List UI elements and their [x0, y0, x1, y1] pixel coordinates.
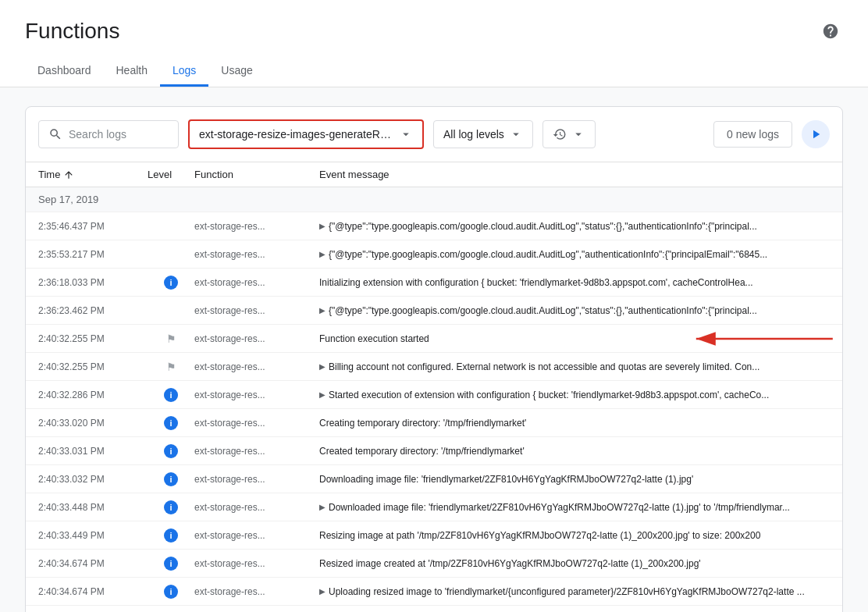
expand-arrow-icon: ▶ [319, 306, 326, 315]
col-time[interactable]: Time [38, 169, 148, 180]
msg-cell: ▶Uploading resized image to 'friendlymar… [319, 586, 830, 597]
func-cell: ext-storage-res... [194, 530, 319, 541]
msg-cell: Downloading image file: 'friendlymarket/… [319, 474, 830, 485]
level-cell: ⚑ [148, 361, 194, 373]
time-cell: 2:35:46.437 PM [38, 221, 148, 232]
level-cell: i [148, 557, 194, 571]
time-cell: 2:36:18.033 PM [38, 277, 148, 288]
col-function: Function [194, 169, 319, 180]
func-cell: ext-storage-res... [194, 474, 319, 485]
func-cell: ext-storage-res... [194, 277, 319, 288]
msg-text: {"@type":"type.googleapis.com/google.clo… [329, 249, 767, 260]
func-cell: ext-storage-res... [194, 446, 319, 457]
table-row[interactable]: 2:40:32.286 PM i ext-storage-res... ▶Sta… [26, 381, 842, 409]
msg-cell: Resizing image at path '/tmp/2ZF810vH6Yg… [319, 530, 830, 541]
sort-icon [63, 169, 74, 180]
search-placeholder: Search logs [69, 128, 126, 141]
table-row[interactable]: 2:40:33.449 PM i ext-storage-res... Resi… [26, 521, 842, 550]
log-level-arrow-icon [509, 127, 523, 141]
time-arrow-icon [571, 127, 585, 141]
play-icon [809, 127, 823, 141]
time-cell: 2:40:34.674 PM [38, 586, 148, 597]
info-level-icon: i [164, 472, 178, 486]
tab-usage[interactable]: Usage [208, 56, 265, 87]
table-row[interactable]: 2:40:33.031 PM i ext-storage-res... Crea… [26, 437, 842, 465]
help-button[interactable] [818, 19, 843, 44]
time-cell: 2:40:33.020 PM [38, 418, 148, 429]
msg-cell: Creating temporary directory: '/tmp/frie… [319, 418, 830, 429]
msg-text: Created temporary directory: '/tmp/frien… [319, 446, 525, 457]
expand-arrow-icon: ▶ [319, 503, 326, 511]
msg-text: {"@type":"type.googleapis.com/google.clo… [329, 305, 757, 316]
info-level-icon: i [164, 388, 178, 402]
table-row[interactable]: 2:40:34.989 PM i ext-storage-res... ▶Upl… [26, 606, 842, 612]
time-cell: 2:36:23.462 PM [38, 305, 148, 316]
msg-text: Uploading resized image to 'friendlymark… [329, 586, 805, 597]
table-row[interactable]: 2:40:32.255 PM ⚑ ext-storage-res... ▶Bil… [26, 353, 842, 381]
tab-dashboard[interactable]: Dashboard [25, 56, 104, 87]
table-row[interactable]: 2:36:23.462 PM ext-storage-res... ▶{"@ty… [26, 297, 842, 325]
msg-text: Resized image created at '/tmp/2ZF810vH6… [319, 558, 701, 569]
expand-arrow-icon: ▶ [319, 362, 326, 371]
func-cell: ext-storage-res... [194, 586, 319, 597]
log-table: Sep 17, 2019 2:35:46.437 PM ext-storage-… [26, 187, 842, 612]
search-box[interactable]: Search logs [38, 120, 179, 148]
flag-level-icon: ⚑ [166, 333, 176, 345]
date-separator: Sep 17, 2019 [26, 187, 842, 212]
time-cell: 2:40:32.255 PM [38, 333, 148, 344]
play-button[interactable] [802, 120, 830, 148]
msg-text: Billing account not configured. External… [329, 361, 760, 372]
func-cell: ext-storage-res... [194, 249, 319, 260]
level-cell: i [148, 585, 194, 599]
page-header: Functions Dashboard Health Logs Usage [0, 0, 868, 87]
level-cell: i [148, 500, 194, 514]
table-row[interactable]: 2:40:34.674 PM i ext-storage-res... ▶Upl… [26, 578, 842, 606]
table-row[interactable]: 2:40:33.020 PM i ext-storage-res... Crea… [26, 409, 842, 437]
msg-cell: Created temporary directory: '/tmp/frien… [319, 446, 830, 457]
msg-text: Downloading image file: 'friendlymarket/… [319, 474, 693, 485]
log-level-dropdown[interactable]: All log levels [433, 120, 533, 148]
page-title: Functions [25, 19, 119, 44]
msg-cell: ▶{"@type":"type.googleapis.com/google.cl… [319, 221, 830, 232]
msg-text: {"@type":"type.googleapis.com/google.clo… [329, 221, 757, 232]
table-row[interactable]: 2:40:33.448 PM i ext-storage-res... ▶Dow… [26, 493, 842, 521]
msg-cell: Function execution started [319, 333, 830, 344]
msg-text: Function execution started [319, 333, 429, 344]
msg-text: Downloaded image file: 'friendlymarket/2… [329, 502, 790, 513]
tab-logs[interactable]: Logs [160, 56, 208, 87]
table-row[interactable]: 2:40:32.255 PM ⚑ ext-storage-res... Func… [26, 325, 842, 353]
time-cell: 2:40:33.032 PM [38, 474, 148, 485]
table-row[interactable]: 2:40:33.032 PM i ext-storage-res... Down… [26, 465, 842, 493]
msg-cell: ▶Downloaded image file: 'friendlymarket/… [319, 502, 830, 513]
func-cell: ext-storage-res... [194, 305, 319, 316]
level-cell: ⚑ [148, 333, 194, 345]
function-dropdown[interactable]: ext-storage-resize-images-generateRe... [188, 119, 424, 149]
table-row[interactable]: 2:36:18.033 PM i ext-storage-res... Init… [26, 269, 842, 297]
table-row[interactable]: 2:35:46.437 PM ext-storage-res... ▶{"@ty… [26, 212, 842, 240]
time-dropdown[interactable] [542, 120, 596, 148]
expand-arrow-icon: ▶ [319, 587, 326, 596]
info-level-icon: i [164, 416, 178, 430]
expand-arrow-icon: ▶ [319, 250, 326, 258]
table-row[interactable]: 2:35:53.217 PM ext-storage-res... ▶{"@ty… [26, 240, 842, 269]
msg-cell: ▶{"@type":"type.googleapis.com/google.cl… [319, 249, 830, 260]
expand-arrow-icon: ▶ [319, 390, 326, 399]
level-cell: i [148, 388, 194, 402]
log-level-text: All log levels [443, 128, 504, 141]
info-level-icon: i [164, 500, 178, 514]
level-cell: i [148, 416, 194, 430]
func-cell: ext-storage-res... [194, 418, 319, 429]
info-level-icon: i [164, 557, 178, 571]
msg-cell: ▶Started execution of extension with con… [319, 390, 830, 400]
toolbar: Search logs ext-storage-resize-images-ge… [26, 107, 842, 162]
level-cell: i [148, 528, 194, 543]
level-cell: i [148, 472, 194, 486]
tab-health[interactable]: Health [104, 56, 160, 87]
flag-level-icon: ⚑ [166, 361, 176, 373]
new-logs-button[interactable]: 0 new logs [713, 121, 792, 148]
info-level-icon: i [164, 585, 178, 599]
msg-cell: ▶{"@type":"type.googleapis.com/google.cl… [319, 305, 830, 316]
table-row[interactable]: 2:40:34.674 PM i ext-storage-res... Resi… [26, 550, 842, 578]
history-icon [553, 127, 567, 141]
msg-cell: Resized image created at '/tmp/2ZF810vH6… [319, 558, 830, 569]
